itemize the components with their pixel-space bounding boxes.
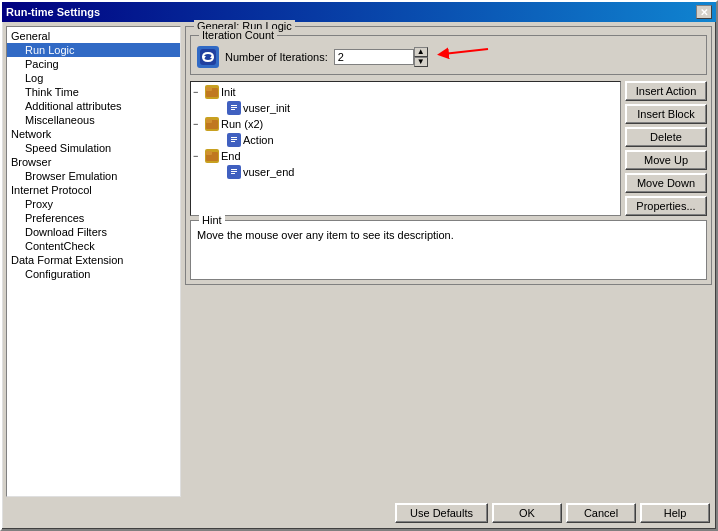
node-icon <box>227 101 241 115</box>
svg-rect-17 <box>206 151 212 155</box>
tree-node-vuser_init[interactable]: vuser_init <box>193 100 618 116</box>
node-label: Init <box>221 86 236 98</box>
expand-icon[interactable]: − <box>193 119 203 129</box>
sidebar-item-network[interactable]: Network <box>7 127 180 141</box>
node-label: End <box>221 150 241 162</box>
footer-buttons: Use DefaultsOKCancelHelp <box>6 497 712 525</box>
svg-rect-9 <box>231 109 235 110</box>
title-bar: Run-time Settings ✕ <box>2 2 716 22</box>
window-title: Run-time Settings <box>6 6 100 18</box>
hint-text: Move the mouse over any item to see its … <box>197 229 454 241</box>
iteration-row: Number of Iterations: ▲ ▼ <box>197 46 700 68</box>
tree-node-action[interactable]: Action <box>193 132 618 148</box>
node-icon <box>205 85 219 99</box>
svg-rect-20 <box>231 171 237 172</box>
sidebar-item-configuration[interactable]: Configuration <box>7 267 180 281</box>
hint-box: Hint Move the mouse over any item to see… <box>190 220 707 280</box>
hint-title: Hint <box>199 214 225 226</box>
tree-node-init[interactable]: −Init <box>193 84 618 100</box>
iteration-count-title: Iteration Count <box>199 29 277 41</box>
node-label: Action <box>243 134 274 146</box>
svg-rect-14 <box>231 139 237 140</box>
sidebar-item-additional-attributes[interactable]: Additional attributes <box>7 99 180 113</box>
sidebar-item-internet-protocol[interactable]: Internet Protocol <box>7 183 180 197</box>
svg-rect-7 <box>231 105 237 106</box>
window-content: GeneralRun LogicPacingLogThink TimeAddit… <box>2 22 716 529</box>
iterations-input[interactable] <box>334 49 414 65</box>
footer-btn-cancel[interactable]: Cancel <box>566 503 636 523</box>
action-area: −Initvuser_init−Run (x2)Action−Endvuser_… <box>190 81 707 216</box>
spin-up[interactable]: ▲ <box>414 47 428 57</box>
node-label: vuser_init <box>243 102 290 114</box>
sidebar-item-browser[interactable]: Browser <box>7 155 180 169</box>
node-icon <box>227 165 241 179</box>
sidebar-item-download-filters[interactable]: Download Filters <box>7 225 180 239</box>
action-tree[interactable]: −Initvuser_init−Run (x2)Action−Endvuser_… <box>190 81 621 216</box>
svg-rect-5 <box>206 87 212 91</box>
spin-button[interactable]: ▲ ▼ <box>414 47 428 67</box>
footer-btn-ok[interactable]: OK <box>492 503 562 523</box>
right-panel: General: Run Logic Iteration Count <box>185 26 712 497</box>
node-label: Run (x2) <box>221 118 263 130</box>
hint-section: Hint Move the mouse over any item to see… <box>190 220 707 280</box>
svg-rect-8 <box>231 107 237 108</box>
red-arrow-annotation <box>433 39 493 69</box>
action-btn-insert-action[interactable]: Insert Action <box>625 81 707 101</box>
expand-icon[interactable]: − <box>193 87 203 97</box>
node-icon <box>205 149 219 163</box>
tree-node-end[interactable]: −End <box>193 148 618 164</box>
expand-icon[interactable]: − <box>193 151 203 161</box>
main-area: GeneralRun LogicPacingLogThink TimeAddit… <box>6 26 712 497</box>
sidebar-item-contentcheck[interactable]: ContentCheck <box>7 239 180 253</box>
node-icon <box>205 117 219 131</box>
tree-node-vuser_end[interactable]: vuser_end <box>193 164 618 180</box>
sidebar-item-data-format-extension[interactable]: Data Format Extension <box>7 253 180 267</box>
run-logic-icon <box>197 46 219 68</box>
sidebar-item-browser-emulation[interactable]: Browser Emulation <box>7 169 180 183</box>
svg-rect-15 <box>231 141 235 142</box>
svg-rect-21 <box>231 173 235 174</box>
action-btn-delete[interactable]: Delete <box>625 127 707 147</box>
svg-rect-11 <box>206 119 212 123</box>
action-btn-move-up[interactable]: Move Up <box>625 150 707 170</box>
sidebar-tree: GeneralRun LogicPacingLogThink TimeAddit… <box>6 26 181 497</box>
svg-line-3 <box>443 49 488 54</box>
sidebar-item-preferences[interactable]: Preferences <box>7 211 180 225</box>
footer-btn-help[interactable]: Help <box>640 503 710 523</box>
svg-rect-13 <box>231 137 237 138</box>
sidebar-item-proxy[interactable]: Proxy <box>7 197 180 211</box>
action-buttons: Insert ActionInsert BlockDeleteMove UpMo… <box>625 81 707 216</box>
sidebar-item-miscellaneous[interactable]: Miscellaneous <box>7 113 180 127</box>
spin-down[interactable]: ▼ <box>414 57 428 67</box>
sidebar-item-run-logic[interactable]: Run Logic <box>7 43 180 57</box>
sidebar-item-think-time[interactable]: Think Time <box>7 85 180 99</box>
tree-node-run-(x2)[interactable]: −Run (x2) <box>193 116 618 132</box>
sidebar-item-speed-simulation[interactable]: Speed Simulation <box>7 141 180 155</box>
node-label: vuser_end <box>243 166 294 178</box>
run-time-settings-window: Run-time Settings ✕ GeneralRun LogicPaci… <box>0 0 718 531</box>
sidebar-item-pacing[interactable]: Pacing <box>7 57 180 71</box>
general-group: General: Run Logic Iteration Count <box>185 26 712 285</box>
iterations-label: Number of Iterations: <box>225 51 328 63</box>
iteration-count-box: Iteration Count <box>190 35 707 75</box>
action-btn-properties...[interactable]: Properties... <box>625 196 707 216</box>
sidebar-item-general[interactable]: General <box>7 29 180 43</box>
footer-btn-use-defaults[interactable]: Use Defaults <box>395 503 488 523</box>
close-button[interactable]: ✕ <box>696 5 712 19</box>
svg-rect-19 <box>231 169 237 170</box>
action-btn-move-down[interactable]: Move Down <box>625 173 707 193</box>
action-btn-insert-block[interactable]: Insert Block <box>625 104 707 124</box>
sidebar-item-log[interactable]: Log <box>7 71 180 85</box>
node-icon <box>227 133 241 147</box>
